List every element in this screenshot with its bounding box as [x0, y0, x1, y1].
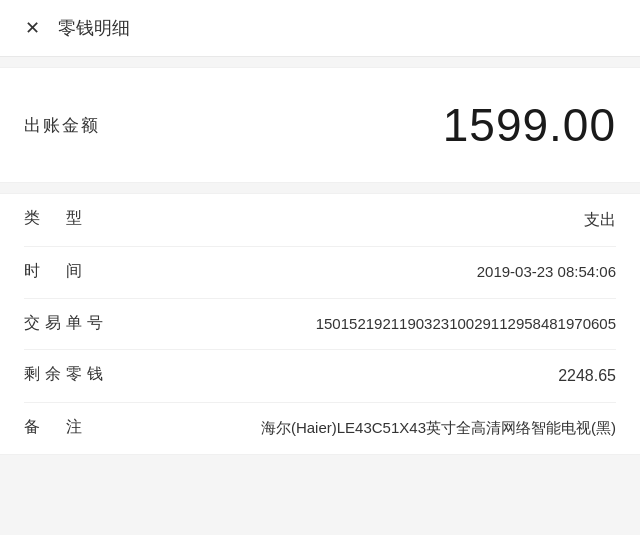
detail-row-type: 类 型 支出: [24, 194, 616, 247]
amount-value: 1599.00: [443, 98, 616, 152]
amount-section: 出账金额 1599.00: [0, 67, 640, 183]
amount-label: 出账金额: [24, 114, 100, 137]
detail-row-time: 时 间 2019-03-23 08:54:06: [24, 247, 616, 299]
detail-label-type: 类 型: [24, 208, 114, 229]
detail-label-note: 备 注: [24, 417, 114, 438]
close-icon[interactable]: ✕: [20, 16, 44, 40]
detail-row-note: 备 注 海尔(Haier)LE43C51X43英寸全高清网络智能电视(黑): [24, 403, 616, 454]
detail-row-remaining: 剩余零钱 2248.65: [24, 350, 616, 403]
detail-value-type: 支出: [114, 208, 616, 232]
detail-row-transaction-id: 交易单号 15015219211903231002911295848197060…: [24, 299, 616, 351]
detail-value-time: 2019-03-23 08:54:06: [114, 261, 616, 284]
header: ✕ 零钱明细: [0, 0, 640, 57]
page-title: 零钱明细: [58, 16, 130, 40]
detail-label-transaction-id: 交易单号: [24, 313, 114, 334]
details-section: 类 型 支出 时 间 2019-03-23 08:54:06 交易单号 1501…: [0, 193, 640, 455]
detail-label-remaining: 剩余零钱: [24, 364, 114, 385]
detail-value-transaction-id: 15015219211903231002911295848197060​5: [114, 313, 616, 336]
detail-value-note: 海尔(Haier)LE43C51X43英寸全高清网络智能电视(黑): [114, 417, 616, 440]
detail-value-remaining: 2248.65: [114, 364, 616, 388]
detail-label-time: 时 间: [24, 261, 114, 282]
